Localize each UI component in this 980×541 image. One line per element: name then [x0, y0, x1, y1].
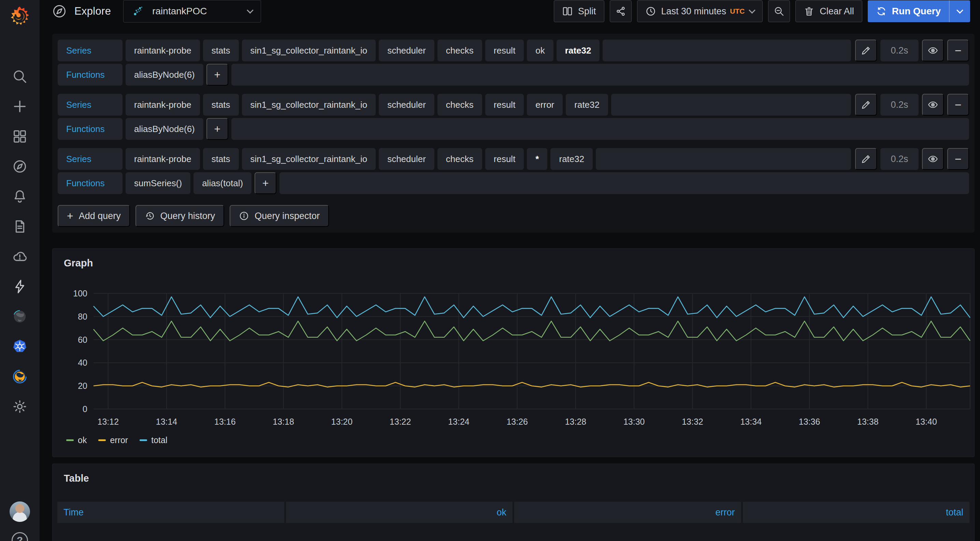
chevron-down-icon — [749, 7, 756, 14]
series-segment[interactable]: raintank-probe — [126, 94, 200, 116]
query-inspector-button[interactable]: Query inspector — [230, 205, 329, 227]
add-function-button[interactable]: + — [255, 172, 277, 194]
function-segment[interactable]: sumSeries() — [126, 172, 190, 194]
function-segment[interactable]: alias(total) — [194, 172, 251, 194]
toggle-text-edit-button[interactable] — [855, 94, 877, 116]
legend-color-dash — [140, 439, 147, 441]
series-segment[interactable]: result — [485, 40, 524, 62]
segment-input[interactable] — [603, 40, 851, 62]
segment-input[interactable] — [596, 148, 851, 170]
help-icon[interactable]: ? — [11, 532, 28, 541]
cloud-alert-icon[interactable] — [11, 248, 28, 265]
run-query-dropdown[interactable] — [949, 0, 970, 22]
series-segment[interactable]: result — [485, 94, 524, 116]
toggle-query-visibility-button[interactable] — [922, 40, 944, 62]
query-latency: 0.2s — [880, 148, 919, 170]
datasource-picker[interactable]: raintankPOC — [123, 0, 261, 22]
table-column-header-total[interactable]: total — [743, 502, 970, 523]
series-segment[interactable]: scheduler — [379, 148, 434, 170]
series-segment[interactable]: sin1_sg_collector_raintank_io — [242, 148, 376, 170]
legend-item-error[interactable]: error — [98, 435, 128, 445]
legend-item-ok[interactable]: ok — [66, 435, 87, 445]
clear-all-button[interactable]: Clear All — [795, 0, 862, 22]
graph-panel: Graph 02040608010013:1213:1413:1613:1813… — [52, 248, 975, 457]
world-dark-globe-icon[interactable] — [11, 308, 28, 325]
table-column-header-error[interactable]: error — [514, 502, 741, 523]
series-label[interactable]: Series — [58, 40, 123, 62]
legend-color-dash — [66, 439, 74, 441]
svg-text:13:24: 13:24 — [448, 417, 469, 427]
functions-label[interactable]: Functions — [58, 172, 123, 194]
toggle-text-edit-button[interactable] — [855, 148, 877, 170]
svg-text:13:36: 13:36 — [799, 417, 820, 427]
series-segment[interactable]: checks — [438, 40, 482, 62]
chevron-down-icon — [247, 7, 253, 14]
series-row: Seriesraintank-probestatssin1_sg_collect… — [58, 94, 969, 116]
dashboards-icon[interactable] — [11, 128, 28, 144]
remove-query-button[interactable]: − — [947, 148, 969, 170]
series-segment[interactable]: raintank-probe — [126, 40, 200, 62]
zoom-out-button[interactable] — [768, 0, 790, 22]
kubernetes-icon[interactable] — [11, 338, 28, 355]
add-function-button[interactable]: + — [207, 118, 228, 140]
function-segment[interactable]: aliasByNode(6) — [126, 118, 204, 140]
add-query-button[interactable]: + Add query — [58, 205, 130, 227]
series-segment[interactable]: stats — [203, 40, 239, 62]
svg-text:0: 0 — [83, 404, 88, 414]
series-segment[interactable]: checks — [438, 94, 482, 116]
table-column-header-ok[interactable]: ok — [286, 502, 513, 523]
series-segment[interactable]: checks — [438, 148, 482, 170]
time-range-picker[interactable]: Last 30 minutes UTC — [637, 0, 763, 22]
toggle-query-visibility-button[interactable] — [922, 94, 944, 116]
segment-input — [231, 64, 969, 86]
lightning-icon[interactable] — [11, 278, 28, 295]
user-avatar[interactable] — [10, 501, 30, 522]
toggle-query-visibility-button[interactable] — [922, 148, 944, 170]
series-segment[interactable]: raintank-probe — [126, 148, 200, 170]
series-segment[interactable]: ok — [527, 40, 553, 62]
series-segment[interactable]: error — [527, 94, 563, 116]
settings-gear-icon[interactable] — [11, 398, 28, 415]
function-segment[interactable]: aliasByNode(6) — [126, 64, 204, 86]
run-query-button[interactable]: Run Query — [868, 0, 970, 22]
docs-icon[interactable] — [11, 218, 28, 235]
worldping-globe-icon[interactable] — [11, 368, 28, 385]
functions-label[interactable]: Functions — [58, 118, 123, 140]
series-segment[interactable]: scheduler — [379, 94, 434, 116]
svg-text:13:28: 13:28 — [565, 417, 587, 427]
segment-input[interactable] — [611, 94, 851, 116]
series-segment[interactable]: * — [527, 148, 547, 170]
series-segment[interactable]: rate32 — [566, 94, 608, 116]
add-function-button[interactable]: + — [207, 64, 228, 86]
functions-label[interactable]: Functions — [58, 64, 123, 86]
create-plus-icon[interactable] — [11, 98, 28, 114]
table-column-header-time[interactable]: Time — [57, 502, 284, 523]
explore-compass-icon[interactable] — [11, 158, 28, 175]
series-label[interactable]: Series — [58, 148, 123, 170]
series-segment[interactable]: scheduler — [379, 40, 434, 62]
explore-content: Seriesraintank-probestatssin1_sg_collect… — [40, 22, 980, 541]
alerting-bell-icon[interactable] — [11, 188, 28, 205]
share-icon — [615, 6, 626, 17]
series-segment[interactable]: stats — [203, 94, 239, 116]
search-icon[interactable] — [11, 68, 28, 85]
query-history-button[interactable]: Query history — [135, 205, 224, 227]
zoom-out-icon — [773, 6, 784, 17]
table-panel: Table Timeokerrortotal — [52, 463, 975, 541]
toggle-text-edit-button[interactable] — [855, 40, 877, 62]
series-segment[interactable]: result — [485, 148, 524, 170]
table-header-row: Timeokerrortotal — [57, 502, 969, 523]
series-label[interactable]: Series — [58, 94, 123, 116]
series-segment[interactable]: sin1_sg_collector_raintank_io — [242, 94, 376, 116]
series-segment[interactable]: rate32 — [557, 40, 600, 62]
series-segment[interactable]: sin1_sg_collector_raintank_io — [242, 40, 376, 62]
series-segment[interactable]: stats — [203, 148, 239, 170]
series-segment[interactable]: rate32 — [550, 148, 593, 170]
remove-query-button[interactable]: − — [947, 94, 969, 116]
svg-text:13:38: 13:38 — [857, 417, 879, 427]
grafana-logo-icon[interactable] — [10, 6, 30, 27]
remove-query-button[interactable]: − — [947, 40, 969, 62]
split-button[interactable]: Split — [554, 0, 604, 22]
legend-item-total[interactable]: total — [140, 435, 167, 445]
share-button[interactable] — [610, 0, 632, 22]
